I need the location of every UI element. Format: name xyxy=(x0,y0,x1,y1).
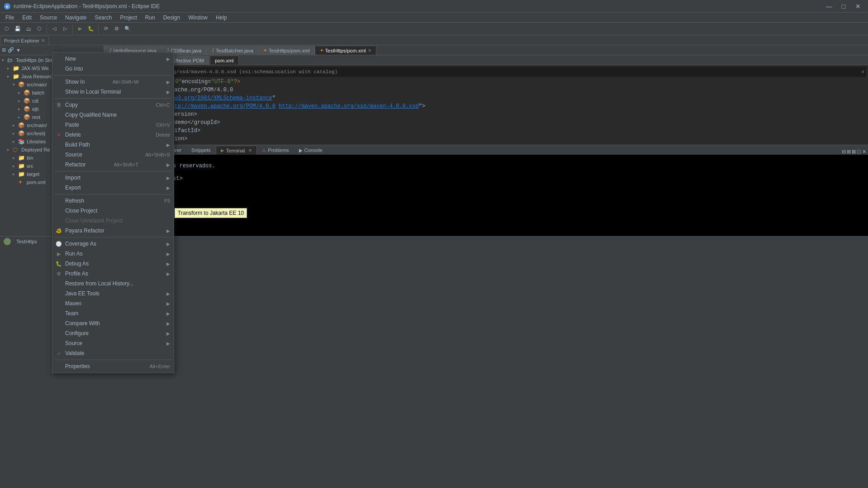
ctx-restore[interactable]: Restore from Local History... xyxy=(52,279,174,289)
tab-close-pom2[interactable]: ✕ xyxy=(368,48,371,53)
ctx-new[interactable]: New ▶ xyxy=(52,54,174,64)
ctx-copyqualified[interactable]: Copy Qualified Name xyxy=(52,110,174,120)
ctx-profileas[interactable]: ⚙ Profile As ▶ xyxy=(52,269,174,279)
label-deployedre: Deployed Re xyxy=(21,147,50,152)
bottom-tab-console-label: Console xyxy=(304,147,323,153)
icon-javaresource: 📁 xyxy=(13,73,20,80)
editor-content: http://maven.apache.org/xsd/maven-4.0.0.… xyxy=(104,65,868,145)
toolbar-btn-9[interactable]: 🔍 xyxy=(123,24,133,34)
tab-testhttps-pom1[interactable]: ✦ TestHttps/pom.xml xyxy=(258,46,314,55)
code-line-1: 1 <?xml version="1.0" encoding="UTF-8"?> xyxy=(106,78,866,86)
ctx-export[interactable]: Export ▶ xyxy=(52,183,174,193)
menu-window[interactable]: Window xyxy=(185,13,211,23)
ctx-payara[interactable]: 🐠 Payara Refactor ▶ xyxy=(52,226,174,236)
ctx-runas-label: Run As xyxy=(65,251,83,257)
ctx-delete[interactable]: ✕ Delete Delete xyxy=(52,130,174,140)
terminal-close-icon[interactable]: ✕ xyxy=(248,148,252,153)
ctx-refresh[interactable]: Refresh F5 xyxy=(52,196,174,206)
ctx-source2[interactable]: Source ▶ xyxy=(52,338,174,348)
menu-design[interactable]: Design xyxy=(160,13,184,23)
ctx-showlocal-label: Show in Local Terminal xyxy=(65,89,121,95)
ctx-coverage-arrow: ▶ xyxy=(166,242,170,246)
ctx-runas[interactable]: ▶ Run As ▶ xyxy=(52,249,174,259)
label-srctestj: src/test/j xyxy=(27,131,45,136)
arrow-javaresource: ▸ xyxy=(7,74,13,79)
explorer-icon-collapse[interactable]: ⊞ xyxy=(2,47,6,53)
ctx-paste[interactable]: Paste Ctrl+V xyxy=(52,120,174,130)
explorer-icon-link[interactable]: 🔗 xyxy=(8,47,14,53)
ctx-import[interactable]: Import ▶ xyxy=(52,173,174,183)
arrow-srcmain: ▾ xyxy=(13,82,18,87)
ctx-debugas-label: Debug As xyxy=(65,261,89,267)
bottom-tab-terminal[interactable]: ▶ Terminal ✕ xyxy=(216,146,257,155)
menu-source[interactable]: Source xyxy=(36,13,61,23)
ctx-gointo[interactable]: Go Into xyxy=(52,64,174,74)
ctx-refactor[interactable]: Refactor Alt+Shift+T ▶ xyxy=(52,160,174,170)
toolbar-btn-8[interactable]: ⚙ xyxy=(112,24,122,34)
ctx-showin[interactable]: Show In Alt+Shift+W ▶ xyxy=(52,77,174,87)
toolbar-btn-debug[interactable]: 🐛 xyxy=(86,24,96,34)
ctx-configure[interactable]: Configure ▶ xyxy=(52,328,174,338)
panel-btn-1[interactable]: ⊟ xyxy=(842,149,846,155)
panel-btn-2[interactable]: ⊞ xyxy=(847,149,851,155)
maximize-button[interactable]: □ xyxy=(837,0,850,13)
ctx-source[interactable]: Source Alt+Shift+S xyxy=(52,150,174,160)
menu-file[interactable]: File xyxy=(2,13,18,23)
code-line-xmlns: cp://maven.apache.org/POM/4.0.0 xyxy=(106,86,866,94)
ctx-import-label: Import xyxy=(65,175,81,181)
toolbar-btn-6[interactable]: ▷ xyxy=(60,24,70,34)
tab-label-pom2: TestHttps/pom.xml xyxy=(325,48,366,53)
tab-icon-pom1: ✦ xyxy=(263,48,267,53)
ctx-closeproject[interactable]: Close Project xyxy=(52,206,174,216)
icon-testhttps: 🗁 xyxy=(7,57,14,64)
project-explorer-tab[interactable]: Project Explorer ✕ xyxy=(0,36,49,45)
ctx-maven[interactable]: Maven ▶ xyxy=(52,298,174,308)
ctx-copy[interactable]: ⎘ Copy Ctrl+C xyxy=(52,100,174,110)
ctx-debugas[interactable]: 🐛 Debug As ▶ xyxy=(52,259,174,269)
debugas-icon: 🐛 xyxy=(55,260,62,267)
minimize-button[interactable]: — xyxy=(823,0,835,13)
toolbar-btn-2[interactable]: 💾 xyxy=(13,24,23,34)
menu-help[interactable]: Help xyxy=(212,13,231,23)
tab-testbatchlet[interactable]: J TestBatchlet.java xyxy=(206,46,258,55)
tab-testhttps-pom2[interactable]: ✦ TestHttps/pom.xml ✕ xyxy=(315,46,376,55)
toolbar-btn-7[interactable]: ⟳ xyxy=(101,24,111,34)
explorer-icon-filter[interactable]: ▼ xyxy=(16,47,21,53)
bottom-tab-console[interactable]: ▶ Console xyxy=(294,146,327,155)
ctx-javaeetools[interactable]: Java EE Tools ▶ xyxy=(52,289,174,298)
ctx-validate[interactable]: ✓ Validate xyxy=(52,348,174,358)
ctx-delete-shortcut: Delete xyxy=(156,132,170,137)
sub-tab-pomxml[interactable]: pom.xml xyxy=(210,56,239,65)
bottom-tab-problems-label: Problems xyxy=(268,147,289,153)
ctx-buildpath[interactable]: Build Path ▶ xyxy=(52,140,174,150)
ctx-team-arrow: ▶ xyxy=(166,311,170,316)
toolbar-btn-1[interactable]: ⬡ xyxy=(2,24,12,34)
ctx-comparewith[interactable]: Compare With ▶ xyxy=(52,318,174,328)
ctx-properties[interactable]: Properties Alt+Enter xyxy=(52,361,174,371)
ctx-sep-5 xyxy=(54,237,172,237)
close-button[interactable]: ✕ xyxy=(852,0,864,13)
ctx-showlocal[interactable]: Show in Local Terminal ▶ xyxy=(52,87,174,97)
bottom-tab-problems[interactable]: ⚠ Problems xyxy=(257,146,294,155)
menu-run[interactable]: Run xyxy=(142,13,159,23)
ctx-copy-label: Copy xyxy=(65,102,78,108)
ctx-team[interactable]: Team ▶ xyxy=(52,308,174,318)
project-explorer-close[interactable]: ✕ xyxy=(41,38,45,43)
ctx-coverage[interactable]: ⚪ Coverage As ▶ xyxy=(52,239,174,249)
panel-btn-3[interactable]: ⊠ xyxy=(852,149,856,155)
toolbar-btn-4[interactable]: ⬡ xyxy=(34,24,44,34)
console-icon: ▶ xyxy=(299,148,303,153)
label-ejb: ejb xyxy=(32,106,39,112)
editor-close-icon[interactable]: ✕ xyxy=(861,68,864,76)
menu-project[interactable]: Project xyxy=(116,13,140,23)
panel-btn-4[interactable]: ⬡ xyxy=(857,149,861,155)
toolbar-btn-run[interactable]: ▶ xyxy=(75,24,85,34)
toolbar-btn-5[interactable]: ◁ xyxy=(49,24,59,34)
menu-search[interactable]: Search xyxy=(91,13,115,23)
menu-navigate[interactable]: Navigate xyxy=(62,13,90,23)
panel-btn-5[interactable]: ✕ xyxy=(862,149,866,155)
menu-edit[interactable]: Edit xyxy=(19,13,35,23)
svg-text:e: e xyxy=(6,4,9,9)
toolbar-btn-3[interactable]: 🗂 xyxy=(24,24,33,34)
bottom-tab-snippets[interactable]: Snippets xyxy=(186,146,216,155)
